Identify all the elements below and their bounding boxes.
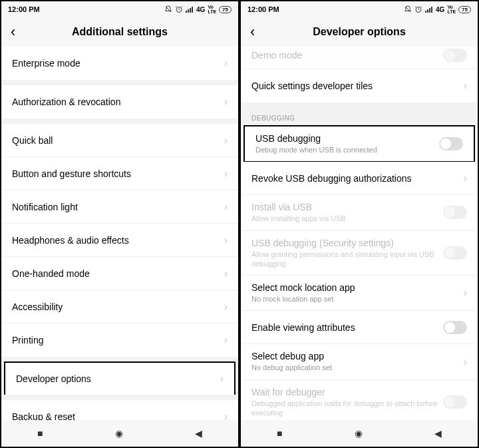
- developer-options-list[interactable]: Demo modeQuick settings developer tiles›…: [241, 47, 478, 420]
- toggle-switch[interactable]: [443, 321, 467, 334]
- status-bar: 12:00 PM 4G VoLTE 75: [241, 1, 478, 17]
- settings-row[interactable]: Quick settings developer tiles›: [241, 69, 478, 103]
- nav-home[interactable]: ◉: [355, 428, 363, 439]
- settings-row[interactable]: Revoke USB debugging authorizations›: [241, 162, 478, 195]
- alarm-icon: [414, 5, 422, 13]
- settings-row[interactable]: Printing›: [1, 324, 238, 357]
- settings-row: Wait for debuggerDebugged application wa…: [241, 380, 478, 420]
- row-label: One-handed mode: [12, 268, 219, 279]
- toggle-switch: [443, 395, 467, 409]
- row-subtitle: Debugged application waits for debugger …: [251, 399, 438, 418]
- settings-row[interactable]: Headphones & audio effects›: [1, 224, 238, 257]
- row-subtitle: Allow granting permissions and simulatin…: [251, 250, 438, 269]
- nav-home[interactable]: ◉: [115, 428, 123, 439]
- battery-indicator: 75: [219, 6, 232, 13]
- chevron-right-icon: ›: [464, 172, 467, 184]
- svg-rect-3: [190, 8, 191, 13]
- row-label: Printing: [12, 335, 219, 345]
- svg-rect-1: [186, 11, 187, 13]
- phone-left: 12:00 PM 4G VoLTE 75 ‹ Additional settin…: [0, 0, 240, 448]
- settings-row[interactable]: One-handed mode›: [1, 257, 238, 290]
- toggle-switch: [443, 206, 467, 219]
- settings-row[interactable]: Enterprise mode›: [1, 47, 238, 80]
- back-button[interactable]: ‹: [11, 23, 24, 41]
- settings-row[interactable]: Notification light›: [1, 190, 238, 224]
- svg-rect-2: [188, 9, 189, 13]
- row-label: Developer options: [16, 373, 215, 384]
- nav-recent[interactable]: ■: [277, 428, 282, 439]
- page-title: Additional settings: [1, 26, 238, 38]
- row-label: Enterprise mode: [12, 58, 219, 69]
- chevron-right-icon: ›: [220, 373, 224, 385]
- volte-label: VoLTE: [447, 5, 456, 14]
- settings-row[interactable]: Authorization & revocation›: [1, 85, 238, 118]
- battery-indicator: 75: [458, 6, 471, 13]
- settings-row[interactable]: Accessibility›: [1, 290, 238, 324]
- settings-row[interactable]: Quick ball›: [1, 124, 238, 157]
- row-label: Notification light: [12, 202, 219, 212]
- chevron-right-icon: ›: [464, 80, 467, 92]
- row-label: Select mock location app: [251, 282, 458, 293]
- row-label: Headphones & audio effects: [12, 235, 219, 246]
- page-title: Developer options: [241, 26, 478, 38]
- settings-row[interactable]: Backup & reset›: [1, 400, 238, 420]
- volte-label: VoLTE: [208, 5, 216, 14]
- chevron-right-icon: ›: [224, 268, 228, 280]
- settings-row: USB debugging (Security settings)Allow g…: [241, 231, 478, 276]
- row-label: Quick settings developer tiles: [251, 81, 458, 91]
- row-subtitle: No mock location app set: [251, 294, 458, 304]
- chevron-right-icon: ›: [224, 201, 228, 213]
- chevron-right-icon: ›: [224, 334, 228, 346]
- row-label: USB debugging (Security settings): [251, 238, 438, 248]
- settings-row[interactable]: Select debug appNo debug application set…: [241, 344, 478, 379]
- settings-row[interactable]: Enable viewing attributes: [241, 311, 478, 344]
- settings-row[interactable]: Select mock location appNo mock location…: [241, 276, 478, 311]
- row-label: Demo mode: [251, 50, 438, 61]
- chevron-right-icon: ›: [464, 356, 467, 368]
- nav-back[interactable]: ◀: [434, 428, 442, 439]
- settings-row[interactable]: USB debuggingDebug mode when USB is conn…: [243, 125, 475, 162]
- section-header: DEBUGGING: [241, 108, 478, 126]
- status-icons: 4G VoLTE 75: [164, 5, 232, 14]
- svg-rect-4: [192, 7, 193, 13]
- svg-rect-8: [429, 8, 430, 13]
- row-label: Quick ball: [12, 135, 219, 146]
- chevron-right-icon: ›: [224, 301, 228, 313]
- settings-row: Install via USBAllow installing apps via…: [241, 195, 478, 230]
- chevron-right-icon: ›: [224, 57, 228, 69]
- svg-rect-9: [431, 7, 432, 13]
- back-button[interactable]: ‹: [250, 23, 263, 41]
- nav-bar: ■ ◉ ◀: [241, 420, 478, 447]
- nav-recent[interactable]: ■: [37, 428, 43, 439]
- phone-right: 12:00 PM 4G VoLTE 75 ‹ Developer options…: [240, 0, 479, 448]
- toggle-switch[interactable]: [443, 49, 467, 62]
- signal-icon: [425, 6, 433, 13]
- settings-row[interactable]: Demo mode: [241, 47, 478, 69]
- header: ‹ Additional settings: [1, 17, 238, 47]
- row-label: Install via USB: [251, 202, 438, 212]
- svg-rect-7: [427, 9, 428, 13]
- status-time: 12:00 PM: [247, 5, 279, 13]
- settings-row[interactable]: Developer options›: [4, 361, 236, 395]
- header: ‹ Developer options: [241, 17, 478, 47]
- nav-bar: ■ ◉ ◀: [1, 420, 238, 447]
- status-icons: 4G VoLTE 75: [404, 5, 471, 14]
- row-label: Button and gesture shortcuts: [12, 168, 219, 179]
- dnd-icon: [404, 5, 412, 13]
- toggle-switch[interactable]: [439, 137, 463, 150]
- chevron-right-icon: ›: [224, 234, 228, 246]
- dnd-icon: [164, 5, 172, 13]
- svg-rect-6: [425, 11, 426, 13]
- status-time: 12:00 PM: [8, 5, 40, 13]
- network-label: 4G: [436, 6, 444, 13]
- row-label: Authorization & revocation: [12, 97, 219, 107]
- chevron-right-icon: ›: [224, 134, 228, 146]
- settings-list[interactable]: Enterprise mode›Authorization & revocati…: [1, 47, 238, 420]
- row-label: Accessibility: [12, 302, 219, 312]
- settings-row[interactable]: Button and gesture shortcuts›: [1, 157, 238, 190]
- chevron-right-icon: ›: [464, 287, 467, 299]
- status-bar: 12:00 PM 4G VoLTE 75: [1, 1, 238, 17]
- row-subtitle: Allow installing apps via USB: [251, 214, 438, 223]
- nav-back[interactable]: ◀: [195, 428, 202, 439]
- row-label: Revoke USB debugging authorizations: [251, 173, 458, 184]
